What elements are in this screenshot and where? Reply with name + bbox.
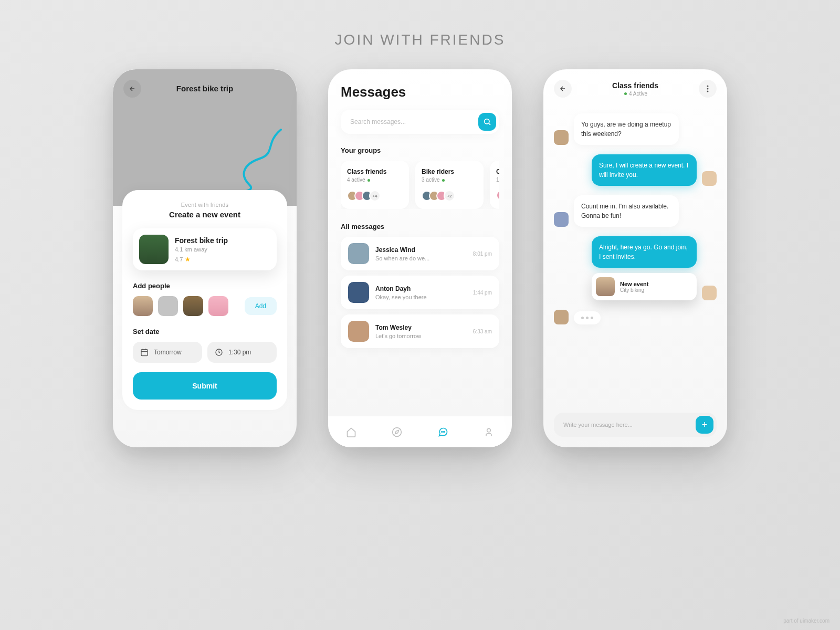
submit-button[interactable]: Submit [133, 372, 277, 400]
search-input[interactable]: Search messages... [350, 118, 478, 125]
event-attachment[interactable]: New event City biking [592, 273, 697, 300]
tab-bar [328, 416, 512, 447]
avatar[interactable] [158, 296, 178, 316]
svg-rect-0 [141, 350, 148, 356]
profile-icon[interactable] [484, 427, 494, 437]
date-picker[interactable]: Tomorrow [133, 342, 202, 363]
search-button[interactable] [478, 113, 496, 131]
group-card[interactable]: Bike riders 3 active +2 [415, 161, 484, 209]
event-attach-subtitle: City biking [620, 287, 648, 293]
event-sheet: Event with friends Create a new event Fo… [122, 190, 287, 410]
chat-header: Class friends 4 Active [543, 69, 727, 108]
sheet-subtitle: Event with friends [133, 202, 277, 208]
search-bar[interactable]: Search messages... [341, 110, 499, 134]
group-card[interactable]: Class friends 4 active +4 [341, 161, 409, 209]
event-thumbnail [596, 277, 615, 296]
back-button[interactable] [554, 80, 572, 98]
avatar [348, 282, 369, 303]
compass-icon[interactable] [392, 427, 402, 437]
svg-point-2 [485, 119, 489, 124]
message-name: Jessica Wind [375, 246, 467, 254]
more-vertical-icon [707, 85, 709, 92]
group-active: 3 active [422, 177, 477, 183]
avatar [702, 286, 717, 300]
calendar-icon [140, 348, 149, 356]
message-name: Anton Dayh [375, 285, 467, 292]
add-person-button[interactable]: Add [245, 297, 277, 315]
event-card-title: Forest bike trip [175, 236, 228, 245]
phone-messages: Messages Search messages... Your groups … [328, 69, 512, 447]
message-item[interactable]: Anton Dayh Okay, see you there 1:44 pm [341, 276, 499, 309]
message-preview: Okay, see you there [375, 294, 467, 300]
incoming-bubble: Count me in, I'm also available. Gonna b… [574, 195, 679, 227]
message-time: 8:01 pm [473, 251, 492, 257]
search-icon [483, 118, 491, 126]
message-input[interactable]: Write your message here... [563, 422, 696, 428]
message-preview: So when are do we... [375, 255, 467, 261]
event-attach-title: New event [620, 281, 648, 287]
group-name: Bike riders [422, 168, 477, 175]
incoming-bubble: Yo guys, are we doing a meetup this week… [574, 113, 679, 145]
outgoing-bubble: Alright, here ya go. Go and join, I sent… [592, 236, 697, 268]
watermark: part of uimaker.com [783, 618, 830, 624]
avatar [348, 243, 369, 264]
time-picker[interactable]: 1:30 pm [207, 342, 277, 363]
avatar [702, 171, 717, 186]
phone-chat: Class friends 4 Active Yo guys, are we d… [543, 69, 727, 447]
chat-messages[interactable]: Yo guys, are we doing a meetup this week… [543, 108, 727, 324]
page-title: JOIN WITH FRIENDS [335, 32, 506, 48]
event-card-rating: 4.7 ★ [175, 256, 228, 263]
more-button[interactable] [699, 80, 717, 98]
chat-title: Class friends [612, 81, 658, 90]
group-card[interactable]: Only fa 1 active [490, 161, 499, 209]
group-active: 4 active [347, 177, 403, 183]
event-thumbnail [139, 235, 169, 264]
avatar [554, 310, 569, 324]
event-card[interactable]: Forest bike trip 4.1 km away 4.7 ★ [133, 228, 277, 270]
avatar[interactable] [208, 296, 228, 316]
svg-point-7 [487, 428, 491, 432]
outgoing-bubble: Sure, I will create a new event. I will … [592, 154, 697, 186]
home-icon[interactable] [346, 427, 356, 437]
message-input-bar[interactable]: Write your message here... + [554, 413, 717, 437]
svg-point-6 [444, 431, 445, 432]
avatar [554, 130, 569, 145]
svg-point-9 [707, 88, 709, 90]
message-item[interactable]: Tom Wesley Let's go tomorrow 6:33 am [341, 314, 499, 348]
send-button[interactable]: + [696, 416, 713, 434]
star-icon: ★ [185, 256, 191, 263]
groups-scroller[interactable]: Class friends 4 active +4 Bike riders 3 … [341, 161, 499, 209]
messages-title: Messages [341, 84, 499, 100]
svg-point-8 [707, 86, 709, 87]
map-area[interactable]: Forest bike trip [113, 69, 297, 206]
arrow-left-icon [559, 85, 566, 92]
svg-point-10 [707, 91, 709, 92]
avatar[interactable] [183, 296, 203, 316]
add-people-label: Add people [133, 282, 277, 290]
message-name: Tom Wesley [375, 324, 467, 331]
avatar[interactable] [133, 296, 153, 316]
event-card-distance: 4.1 km away [175, 246, 228, 253]
message-time: 1:44 pm [473, 290, 492, 296]
your-groups-label: Your groups [341, 146, 499, 154]
group-active: 1 active [496, 177, 499, 183]
svg-point-5 [443, 431, 443, 432]
chat-subtitle: 4 Active [612, 91, 658, 97]
avatar [554, 212, 569, 227]
chat-icon[interactable] [438, 427, 448, 437]
sheet-heading: Create a new event [133, 210, 277, 219]
typing-indicator [574, 311, 601, 324]
message-time: 6:33 am [473, 329, 492, 334]
phone-create-event: Forest bike trip Event with friends Crea… [113, 69, 297, 447]
set-date-label: Set date [133, 328, 277, 335]
message-preview: Let's go tomorrow [375, 333, 467, 339]
people-row: Add [133, 296, 277, 316]
avatar [348, 321, 369, 342]
all-messages-label: All messages [341, 223, 499, 230]
clock-icon [215, 348, 223, 356]
map-title: Forest bike trip [113, 84, 297, 93]
svg-point-3 [393, 427, 402, 436]
svg-point-4 [442, 431, 442, 432]
message-item[interactable]: Jessica Wind So when are do we... 8:01 p… [341, 237, 499, 270]
group-name: Only fa [496, 168, 499, 175]
